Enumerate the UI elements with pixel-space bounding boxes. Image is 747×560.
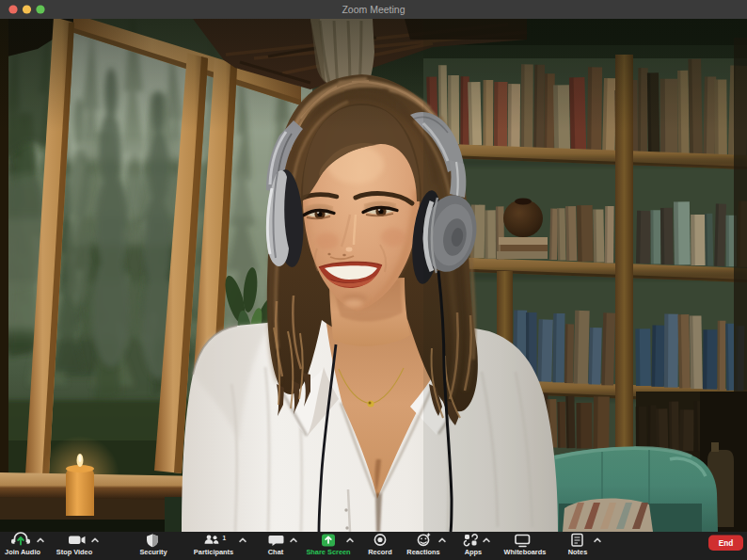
- svg-text:Record: Record: [368, 548, 392, 556]
- svg-text:Share Screen: Share Screen: [306, 548, 351, 556]
- svg-text:Apps: Apps: [465, 548, 482, 556]
- svg-text:Reactions: Reactions: [406, 548, 439, 556]
- svg-text:1: 1: [223, 535, 227, 541]
- svg-text:Chat: Chat: [268, 548, 284, 556]
- svg-text:Whiteboards: Whiteboards: [504, 548, 547, 556]
- svg-text:Join Audio: Join Audio: [5, 548, 40, 556]
- svg-text:Stop Video: Stop Video: [56, 548, 93, 556]
- svg-text:Participants: Participants: [194, 548, 233, 556]
- svg-text:End: End: [719, 539, 733, 548]
- svg-text:Security: Security: [139, 548, 167, 556]
- svg-text:Zoom Meeting: Zoom Meeting: [342, 4, 405, 15]
- svg-text:Notes: Notes: [568, 548, 588, 556]
